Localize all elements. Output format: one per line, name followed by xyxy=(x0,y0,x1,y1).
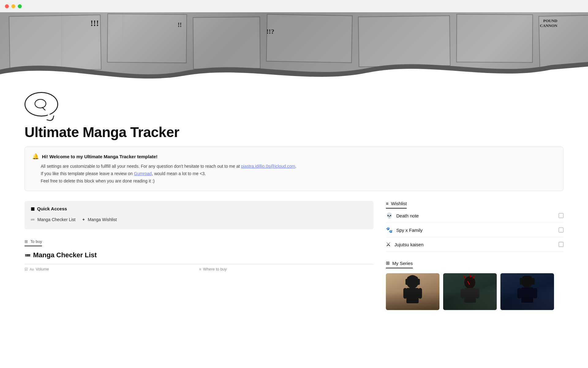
avatar-area xyxy=(0,86,588,117)
page-title: Ultimate Manga Tracker xyxy=(24,124,564,140)
deathnote-label: Death note xyxy=(396,213,559,218)
email-link[interactable]: piastra.idillio.0s@icloud.com xyxy=(241,164,295,169)
skull-icon: 💀 xyxy=(386,212,393,219)
where-to-buy-label: Where to buy xyxy=(203,267,227,271)
manga-checker-link[interactable]: ≔ Manga Checker List xyxy=(31,216,76,223)
checker-section-title: ≔ Manga Checker List xyxy=(24,251,374,259)
table-icon: ⊞ xyxy=(24,239,28,244)
wishlist-tab-label: Wishlist xyxy=(391,201,407,206)
series-card-1[interactable] xyxy=(386,273,439,310)
main-content: ◼ Quick Access ≔ Manga Checker List ✦ Ma… xyxy=(0,201,588,310)
welcome-line3: Feel free to delete this block when you … xyxy=(41,178,556,185)
manga-wishlist-label: Manga Wishlist xyxy=(88,217,117,222)
welcome-box: 🔔 Hi! Welcome to my Ultimate Manga Track… xyxy=(24,147,564,191)
svg-rect-19 xyxy=(517,288,522,298)
svg-rect-7 xyxy=(405,279,409,285)
quick-access-label: Quick Access xyxy=(37,206,67,211)
wishlist-items: 💀 Death note 🐾 Spy x Family ⚔ Jujutsu ka… xyxy=(386,209,564,252)
spyfamily-checkbox[interactable] xyxy=(559,228,564,232)
character-silhouette-3 xyxy=(500,273,554,310)
checker-title-icon: ≔ xyxy=(24,251,31,259)
svg-rect-5 xyxy=(418,288,422,299)
gumroad-link[interactable]: Gumroad xyxy=(134,171,152,176)
card-figure-3 xyxy=(500,273,554,310)
speech-bubble-icon xyxy=(34,98,49,110)
sparkle-icon: ✦ xyxy=(82,217,85,222)
lines-icon: ≡ xyxy=(199,267,201,271)
jujutsu-label: Jujutsu kaisen xyxy=(394,242,559,247)
avatar-bubble xyxy=(24,92,58,117)
left-column: ◼ Quick Access ≔ Manga Checker List ✦ Ma… xyxy=(24,201,374,271)
series-card-3[interactable] xyxy=(500,273,554,310)
welcome-line1: All settings are customizable to fullfil… xyxy=(41,163,556,170)
maximize-button[interactable] xyxy=(18,4,22,8)
card-figure-2 xyxy=(443,273,497,310)
wishlist-item-spyfamily[interactable]: 🐾 Spy x Family xyxy=(386,223,564,237)
welcome-header: 🔔 Hi! Welcome to my Ultimate Manga Track… xyxy=(32,153,556,160)
my-series-tab-label: My Series xyxy=(392,261,413,266)
volume-label: Volume xyxy=(36,267,49,271)
series-cards xyxy=(386,273,564,310)
wishlist-item-deathnote[interactable]: 💀 Death note xyxy=(386,209,564,223)
wishlist-tab[interactable]: ≡ Wishlist xyxy=(386,201,407,209)
svg-rect-12 xyxy=(475,289,479,298)
character-silhouette-1 xyxy=(386,273,439,310)
character-silhouette-2 xyxy=(443,273,497,310)
spyfamily-label: Spy x Family xyxy=(396,228,559,233)
svg-point-0 xyxy=(35,99,46,108)
jujutsu-checkbox[interactable] xyxy=(559,242,564,247)
svg-line-1 xyxy=(42,107,45,110)
checker-title-text: Manga Checker List xyxy=(33,251,97,259)
right-column: ≡ Wishlist 💀 Death note 🐾 Spy x Family xyxy=(386,201,564,310)
welcome-text: All settings are customizable to fullfil… xyxy=(41,163,556,185)
card-figure-1 xyxy=(386,273,439,310)
close-button[interactable] xyxy=(5,4,9,8)
quick-access-header: ◼ Quick Access xyxy=(31,206,368,212)
bell-icon: 🔔 xyxy=(32,153,39,160)
svg-rect-18 xyxy=(521,287,533,303)
quick-access-box: ◼ Quick Access ≔ Manga Checker List ✦ Ma… xyxy=(24,201,374,229)
wishlist-section: ≡ Wishlist 💀 Death note 🐾 Spy x Family xyxy=(386,201,564,252)
deathnote-checkbox[interactable] xyxy=(559,213,564,218)
svg-rect-15 xyxy=(522,276,532,282)
svg-rect-10 xyxy=(464,288,476,303)
checkbox-icon: ☑ xyxy=(24,267,28,271)
to-buy-section: ⊞ To buy xyxy=(24,239,374,246)
quick-access-icon: ◼ xyxy=(31,206,35,212)
checker-columns: ☑ Aa Volume ≡ Where to buy xyxy=(24,264,374,271)
svg-rect-3 xyxy=(406,288,419,303)
svg-rect-16 xyxy=(520,278,522,285)
welcome-title: Hi! Welcome to my Ultimate Manga Tracker… xyxy=(42,154,157,159)
to-buy-tab[interactable]: ⊞ To buy xyxy=(24,239,42,246)
minimize-button[interactable] xyxy=(11,4,15,8)
paw-icon: 🐾 xyxy=(386,227,393,233)
to-buy-label: To buy xyxy=(30,239,42,244)
page-title-area: Ultimate Manga Tracker xyxy=(0,117,588,147)
svg-rect-17 xyxy=(532,278,535,285)
where-to-buy-col: ≡ Where to buy xyxy=(199,267,374,271)
titlebar xyxy=(0,0,588,12)
header-banner: !!! !! !!? POUNDCANNON xyxy=(0,12,588,86)
manga-checker-label: Manga Checker List xyxy=(37,217,76,222)
svg-rect-4 xyxy=(403,288,407,299)
series-card-2[interactable] xyxy=(443,273,497,310)
volume-col: ☑ Aa Volume xyxy=(24,267,199,271)
list-icon: ≔ xyxy=(31,217,35,222)
wave-overlay xyxy=(0,53,588,86)
svg-rect-11 xyxy=(461,289,465,298)
sword-icon: ⚔ xyxy=(386,241,391,248)
svg-rect-20 xyxy=(533,288,537,298)
my-series-section: ⊞ My Series xyxy=(386,260,564,310)
svg-rect-6 xyxy=(407,276,418,282)
my-series-tab[interactable]: ⊞ My Series xyxy=(386,260,413,268)
svg-rect-8 xyxy=(417,279,420,285)
col-aa-label: Aa xyxy=(30,267,34,271)
welcome-line2: If you like this template please leave a… xyxy=(41,170,556,178)
list-lines-icon: ≡ xyxy=(386,201,389,206)
manga-wishlist-link[interactable]: ✦ Manga Wishlist xyxy=(82,216,117,223)
grid-icon: ⊞ xyxy=(386,260,390,266)
wishlist-item-jujutsu[interactable]: ⚔ Jujutsu kaisen xyxy=(386,237,564,252)
quick-access-items: ≔ Manga Checker List ✦ Manga Wishlist xyxy=(31,216,368,223)
